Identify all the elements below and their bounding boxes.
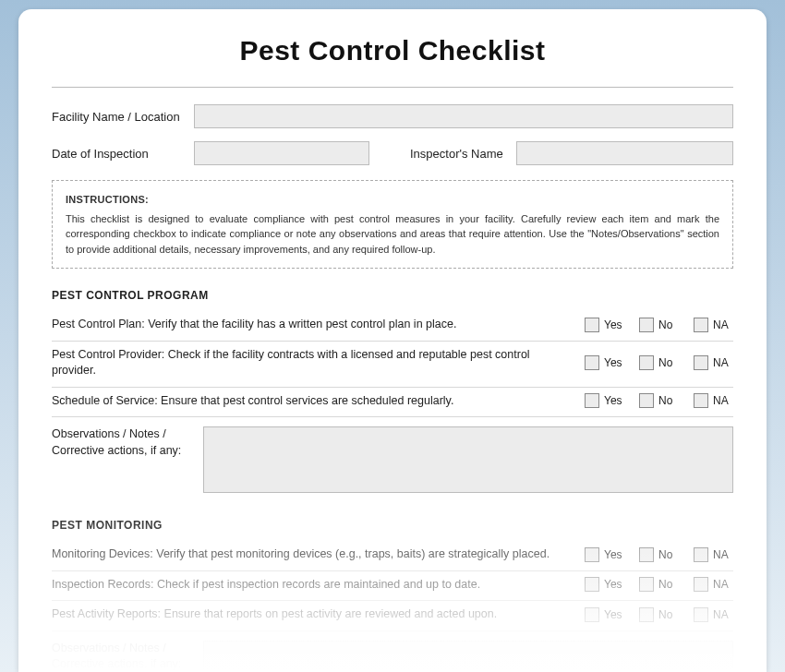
check-group: Yes No NA <box>585 547 733 562</box>
label-no: No <box>658 548 679 561</box>
notes-label: Observations / Notes / Corrective action… <box>52 641 190 673</box>
checkbox-na[interactable] <box>694 547 708 562</box>
check-group: Yes No NA <box>585 577 733 592</box>
checklist-item: Schedule of Service: Ensure that pest co… <box>52 388 733 418</box>
label-yes: Yes <box>604 394 624 407</box>
checkbox-yes[interactable] <box>585 577 599 592</box>
facility-label: Facility Name / Location <box>52 110 181 124</box>
instructions-body: This checklist is designed to evaluate c… <box>66 211 719 258</box>
checkbox-yes[interactable] <box>585 318 599 332</box>
divider <box>52 87 733 88</box>
label-na: NA <box>713 548 733 561</box>
checkbox-no[interactable] <box>639 393 654 408</box>
checklist-item: Monitoring Devices: Verify that pest mon… <box>52 541 733 571</box>
checklist-item: Pest Control Plan: Verify that the facil… <box>52 311 733 342</box>
inspector-label: Inspector's Name <box>410 147 503 161</box>
facility-input[interactable] <box>194 104 733 128</box>
label-no: No <box>658 356 679 369</box>
label-no: No <box>658 608 679 621</box>
label-yes: Yes <box>604 608 624 621</box>
checkbox-yes[interactable] <box>585 393 599 408</box>
check-group: Yes No NA <box>585 318 733 332</box>
check-group: Yes No NA <box>585 355 733 370</box>
label-no: No <box>658 318 679 331</box>
date-input[interactable] <box>194 141 369 165</box>
checkbox-yes[interactable] <box>585 547 599 562</box>
label-na: NA <box>713 318 733 331</box>
checkbox-na[interactable] <box>694 355 708 370</box>
checkbox-no[interactable] <box>639 318 654 332</box>
instructions-heading: INSTRUCTIONS: <box>66 192 719 208</box>
notes-label: Observations / Notes / Corrective action… <box>52 426 190 493</box>
checkbox-no[interactable] <box>639 607 654 622</box>
label-na: NA <box>713 578 733 591</box>
label-yes: Yes <box>604 548 624 561</box>
checkbox-na[interactable] <box>694 607 708 622</box>
label-no: No <box>658 578 679 591</box>
notes-row: Observations / Notes / Corrective action… <box>52 426 733 493</box>
notes-input[interactable] <box>203 641 733 673</box>
checkbox-no[interactable] <box>639 355 654 370</box>
item-text: Pest Control Provider: Check if the faci… <box>52 347 577 379</box>
checkbox-yes[interactable] <box>585 607 599 622</box>
checkbox-na[interactable] <box>694 318 708 332</box>
item-text: Pest Control Plan: Verify that the facil… <box>52 317 577 333</box>
checkbox-yes[interactable] <box>585 355 599 370</box>
label-yes: Yes <box>604 318 624 331</box>
notes-input[interactable] <box>203 426 733 493</box>
checkbox-no[interactable] <box>639 547 654 562</box>
checklist-item: Pest Activity Reports: Ensure that repor… <box>52 601 733 631</box>
section-title-2: PEST MONITORING <box>52 519 733 532</box>
document-page: Pest Control Checklist Facility Name / L… <box>18 9 767 672</box>
item-text: Monitoring Devices: Verify that pest mon… <box>52 546 577 563</box>
checkbox-na[interactable] <box>694 577 708 592</box>
label-yes: Yes <box>604 578 624 591</box>
check-group: Yes No NA <box>585 607 733 622</box>
inspector-input[interactable] <box>516 141 733 165</box>
date-inspector-row: Date of Inspection Inspector's Name <box>52 141 733 165</box>
label-na: NA <box>713 608 733 621</box>
facility-row: Facility Name / Location <box>52 104 733 128</box>
notes-row: Observations / Notes / Corrective action… <box>52 641 733 673</box>
check-group: Yes No NA <box>585 393 733 408</box>
label-na: NA <box>713 356 733 369</box>
label-yes: Yes <box>604 356 624 369</box>
section-title-1: PEST CONTROL PROGRAM <box>52 289 733 302</box>
item-text: Schedule of Service: Ensure that pest co… <box>52 393 577 410</box>
label-no: No <box>658 394 679 407</box>
item-text: Inspection Records: Check if pest inspec… <box>52 577 577 594</box>
checklist-item: Inspection Records: Check if pest inspec… <box>52 571 733 602</box>
instructions-box: INSTRUCTIONS: This checklist is designed… <box>52 180 733 269</box>
date-label: Date of Inspection <box>52 147 181 161</box>
page-title: Pest Control Checklist <box>52 35 733 66</box>
checkbox-no[interactable] <box>639 577 654 592</box>
label-na: NA <box>713 394 733 407</box>
checklist-item: Pest Control Provider: Check if the faci… <box>52 342 733 388</box>
item-text: Pest Activity Reports: Ensure that repor… <box>52 606 577 623</box>
checkbox-na[interactable] <box>694 393 708 408</box>
